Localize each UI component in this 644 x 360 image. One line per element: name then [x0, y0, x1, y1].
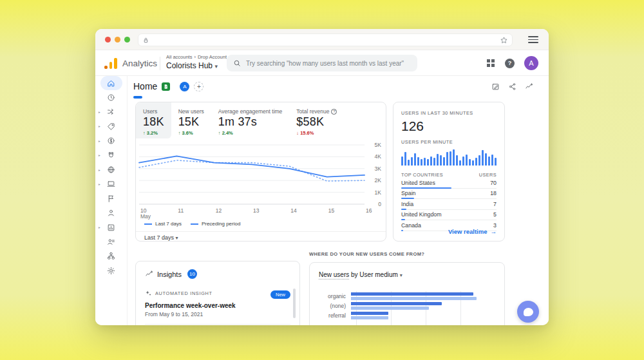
browser-titlebar: [95, 29, 549, 50]
property-name[interactable]: Colorists Hub: [166, 61, 213, 70]
new-badge: New: [270, 290, 290, 299]
help-icon[interactable]: ?: [505, 59, 515, 68]
search-input[interactable]: [246, 60, 411, 67]
metric-tab-users[interactable]: Users18K↑ 3.2%: [136, 102, 171, 138]
insight-date-range: From May 9 to 15, 2021: [145, 311, 290, 317]
address-bar[interactable]: [138, 33, 513, 46]
zoom-window-button[interactable]: [124, 37, 130, 43]
view-realtime-link[interactable]: View realtime →: [448, 228, 497, 235]
bar-previous: [351, 297, 477, 300]
demographics-globe-icon: [107, 166, 115, 174]
minute-bar: [404, 152, 406, 166]
metric-tab-average-engagement-time[interactable]: Average engagement time1m 37s↑ 2.4%: [211, 102, 290, 138]
structure-icon: [107, 252, 115, 260]
sidebar-item-retention-magnet[interactable]: ▸: [95, 148, 127, 162]
users-column-header: USERS: [479, 172, 497, 178]
bar-track: [351, 312, 495, 319]
bar-previous: [351, 307, 429, 310]
country-users: 18: [490, 190, 497, 196]
close-window-button[interactable]: [105, 37, 111, 43]
sidebar-item-clock[interactable]: [95, 90, 127, 104]
scrollbar-thumb[interactable]: [293, 289, 296, 318]
retention-magnet-icon: [107, 151, 115, 160]
customize-report-button[interactable]: [491, 82, 500, 93]
realtime-title: USERS IN LAST 30 MINUTES: [401, 110, 497, 116]
minute-bar: [437, 154, 439, 166]
admin-gear-icon: [107, 267, 115, 275]
per-minute-label: USERS PER MINUTE: [401, 139, 497, 145]
sidebar-item-flag[interactable]: [95, 191, 127, 205]
minute-bar: [491, 155, 493, 166]
sparkle-icon: [145, 290, 152, 297]
minute-bar: [453, 149, 455, 166]
metric-tab-total-revenue[interactable]: Total revenue?$58K↓ 15.6%: [289, 102, 344, 138]
search-icon: [233, 59, 241, 67]
expand-chevron-icon[interactable]: ▸: [99, 139, 100, 143]
sidebar-item-tag[interactable]: ▸: [95, 119, 127, 133]
sidebar-item-structure[interactable]: [95, 249, 127, 263]
new-users-bar-chart: organic(none)referral: [310, 291, 495, 325]
account-avatar[interactable]: A: [524, 56, 538, 70]
sidebar-item-home[interactable]: [95, 76, 127, 90]
sidebar-item-demographics-globe[interactable]: ▸: [95, 162, 127, 176]
bar-category-label: referral: [310, 312, 351, 319]
breadcrumb-all-accounts[interactable]: All accounts: [166, 54, 192, 60]
metric-selector[interactable]: New users: [319, 271, 349, 279]
country-bar: [401, 230, 403, 231]
legend-label: Preceding period: [202, 221, 240, 227]
country-users: 5: [493, 211, 497, 218]
minute-bar: [462, 156, 464, 166]
bookmark-star-icon[interactable]: [500, 36, 508, 44]
minute-bar: [417, 157, 419, 166]
help-circle-icon: ?: [331, 109, 337, 115]
sidebar-item-admin-gear[interactable]: [95, 263, 127, 278]
sidebar-item-audiences[interactable]: [95, 234, 127, 249]
chevron-down-icon: ▾: [214, 63, 218, 70]
tag-icon: [107, 122, 115, 131]
metric-delta: ↑ 3.6%: [178, 130, 204, 136]
user-icon: [107, 209, 115, 217]
search-bar[interactable]: [227, 55, 417, 71]
metric-tab-new-users[interactable]: New users15K↑ 3.6%: [171, 102, 211, 138]
apps-grid-icon[interactable]: [487, 59, 490, 62]
minute-bar: [495, 158, 497, 166]
sidebar-item-user[interactable]: [95, 206, 127, 220]
expand-chevron-icon[interactable]: ▸: [99, 124, 100, 128]
sidebar-item-reports-library[interactable]: ▸: [95, 220, 127, 234]
bar-current: [351, 302, 442, 305]
expand-chevron-icon[interactable]: ▸: [99, 153, 100, 157]
collaborator-avatar[interactable]: A: [180, 82, 189, 91]
expand-chevron-icon[interactable]: ▸: [99, 225, 100, 229]
desktop-background: { "glyphs": { "caret": "▾", "breadcrumb_…: [0, 0, 644, 360]
insights-button[interactable]: [525, 82, 533, 93]
metric-label: New users: [178, 108, 204, 115]
svg-text:12: 12: [216, 207, 222, 214]
dimension-selector[interactable]: New users by User medium ▾: [319, 271, 495, 278]
acquisition-section-title: WHERE DO YOUR NEW USERS COME FROM?: [309, 251, 424, 257]
chat-fab-button[interactable]: [517, 301, 539, 323]
bar-track: [351, 292, 495, 300]
date-range-selector[interactable]: Last 7 days ▾: [144, 234, 178, 241]
expand-chevron-icon[interactable]: ▸: [99, 110, 100, 114]
sidebar-item-monetization[interactable]: ▸: [95, 134, 127, 148]
breadcrumb-account[interactable]: Drop Account: [198, 54, 227, 60]
bar-current: [351, 292, 473, 296]
account-switcher[interactable]: All accounts › Drop Account Colorists Hu…: [166, 54, 227, 70]
minute-bar: [488, 156, 490, 166]
sidebar-item-tech-devices[interactable]: ▸: [95, 177, 127, 191]
minute-bar: [430, 156, 432, 166]
expand-chevron-icon[interactable]: ▸: [99, 182, 100, 186]
share-button[interactable]: [508, 82, 516, 93]
expand-chevron-icon[interactable]: ▸: [99, 168, 100, 172]
minute-bar: [478, 155, 480, 166]
browser-menu-icon[interactable]: [528, 36, 538, 43]
sidebar-item-lifecycle[interactable]: ▸: [95, 105, 127, 119]
report-status-icon: [162, 82, 170, 91]
svg-text:1K: 1K: [375, 189, 382, 196]
analytics-header: Analytics All accounts › Drop Account Co…: [95, 50, 549, 76]
minute-bar: [456, 155, 458, 166]
add-collaborator-button[interactable]: +: [194, 82, 204, 91]
insight-headline[interactable]: Performance week-over-week: [145, 302, 290, 309]
minimize-window-button[interactable]: [115, 37, 120, 43]
automated-insight-label: AUTOMATED INSIGHT: [155, 290, 213, 296]
